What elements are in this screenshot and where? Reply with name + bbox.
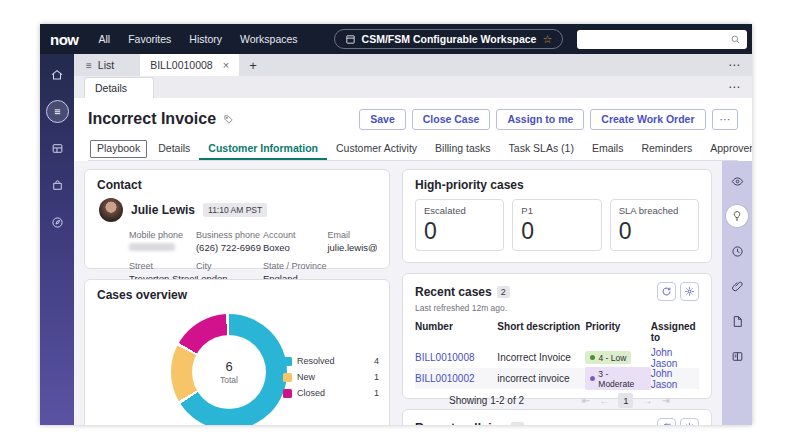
close-case-button[interactable]: Close Case <box>412 109 491 130</box>
contact-name[interactable]: Julie Lewis <box>131 203 195 217</box>
refresh-icon[interactable] <box>657 282 676 301</box>
document-icon[interactable] <box>726 310 748 332</box>
assigned-to-link[interactable]: John Jason <box>651 347 678 369</box>
field-mobile-phone: Mobile phone <box>129 230 196 253</box>
save-button[interactable]: Save <box>359 109 406 130</box>
page-title: Incorrect Invoice <box>88 110 216 128</box>
showing-text: Showing 1-2 of 2 <box>449 395 524 406</box>
recent-walkins-card: Recent walk-ins 0 <box>402 409 712 425</box>
record-actions: Save Close Case Assign to me Create Work… <box>359 109 738 130</box>
donut-total-value: 6 <box>225 359 232 374</box>
settings-gear-icon[interactable] <box>680 418 699 425</box>
table-row[interactable]: BILL0010002 incorrect invoice 3 - Modera… <box>415 368 699 389</box>
assigned-to-link[interactable]: John Jason <box>651 368 678 390</box>
app-window: now All Favorites History Workspaces CSM… <box>40 24 752 425</box>
eye-icon[interactable] <box>726 170 748 192</box>
assign-to-me-button[interactable]: Assign to me <box>496 109 584 130</box>
content-scroll-area[interactable]: Contact Julie Lewis 11:10 AM PST Mobile … <box>74 161 722 425</box>
tab-customer-activity[interactable]: Customer Activity <box>327 138 426 160</box>
list-tab[interactable]: ≡ List <box>74 54 126 76</box>
lists-icon[interactable] <box>46 100 69 123</box>
record-tab-label: BILL0010008 <box>150 59 212 71</box>
tag-icon <box>223 114 234 125</box>
priority-dot <box>590 355 595 360</box>
knowledge-book-icon[interactable] <box>726 345 748 367</box>
cards-icon[interactable] <box>46 137 69 160</box>
legend-item-closed[interactable]: Closed 1 <box>283 388 379 398</box>
content-row: Contact Julie Lewis 11:10 AM PST Mobile … <box>74 161 752 425</box>
right-column: High-priority cases Escalated 0 P1 0 <box>402 169 712 417</box>
last-refreshed-text: Last refreshed 12m ago. <box>415 303 699 313</box>
recent-cases-card: Recent cases 2 <box>402 273 712 399</box>
recent-cases-title: Recent cases <box>415 285 492 299</box>
record-tab[interactable]: BILL0010008 × <box>140 54 239 76</box>
priority-badge: 3 - Moderate <box>585 367 650 390</box>
refresh-icon[interactable] <box>657 418 676 425</box>
tab-details[interactable]: Details <box>149 138 199 160</box>
donut-center: 6 Total <box>171 314 287 425</box>
more-actions-button[interactable]: ⋯ <box>712 109 739 130</box>
tab-playbook[interactable]: Playbook <box>88 138 149 160</box>
nav-all[interactable]: All <box>99 33 111 45</box>
inbox-icon[interactable] <box>46 174 69 197</box>
create-work-order-button[interactable]: Create Work Order <box>590 109 705 130</box>
next-page-icon[interactable]: → <box>642 395 652 406</box>
workspace-switcher[interactable]: CSM/FSM Configurable Workspace ☆ <box>334 29 564 49</box>
nav-history[interactable]: History <box>189 33 222 45</box>
metric-p1[interactable]: P1 0 <box>512 199 601 251</box>
settings-gear-icon[interactable] <box>680 282 699 301</box>
tab-customer-information[interactable]: Customer Information <box>199 138 327 160</box>
case-number-link[interactable]: BILL0010002 <box>415 373 475 384</box>
last-page-icon[interactable]: ⇥ <box>661 395 669 406</box>
favorite-star-icon[interactable]: ☆ <box>542 34 552 45</box>
global-search-input[interactable] <box>577 30 747 49</box>
contact-card-title: Contact <box>97 178 377 192</box>
metric-sla-breached[interactable]: SLA breached 0 <box>610 199 699 251</box>
legend-item-resolved[interactable]: Resolved 4 <box>283 356 379 366</box>
prev-page-icon[interactable]: ← <box>599 395 609 406</box>
tab-approvers[interactable]: Approvers <box>701 138 752 160</box>
donut-total-label: Total <box>220 375 238 385</box>
global-nav: All Favorites History Workspaces <box>99 33 298 45</box>
page-number[interactable]: 1 <box>618 393 633 408</box>
table-row[interactable]: BILL0010008 Incorrect Invoice 4 - Low Jo… <box>415 347 699 368</box>
metric-escalated[interactable]: Escalated 0 <box>415 199 504 251</box>
contact-card: Contact Julie Lewis 11:10 AM PST Mobile … <box>84 169 390 269</box>
left-nav-rail <box>40 54 74 425</box>
details-subtab[interactable]: Details <box>84 77 154 98</box>
search-icon <box>730 34 741 45</box>
new-tab-button[interactable]: + <box>239 54 267 76</box>
first-page-icon[interactable]: ⇤ <box>582 395 590 406</box>
home-icon[interactable] <box>46 63 69 86</box>
legend-item-new[interactable]: New 1 <box>283 372 379 382</box>
tab-billing-tasks[interactable]: Billing tasks <box>426 138 499 160</box>
tab-emails[interactable]: Emails <box>583 138 633 160</box>
nav-favorites[interactable]: Favorites <box>128 33 171 45</box>
pagination: ⇤ ← 1 → ⇥ <box>582 393 670 408</box>
recent-cases-count-badge: 2 <box>497 286 510 298</box>
top-header: now All Favorites History Workspaces CSM… <box>40 24 752 54</box>
subtab-more-button[interactable]: ⋯ <box>716 76 752 98</box>
close-tab-icon[interactable]: × <box>223 59 229 71</box>
nav-workspaces[interactable]: Workspaces <box>240 33 298 45</box>
list-tab-label: List <box>98 59 114 71</box>
contact-fields: Mobile phone Business phone (626) 722-69… <box>129 230 377 284</box>
tab-reminders[interactable]: Reminders <box>632 138 701 160</box>
attachment-paperclip-icon[interactable] <box>726 275 748 297</box>
building-icon <box>345 34 356 45</box>
explore-compass-icon[interactable] <box>46 211 69 234</box>
left-column: Contact Julie Lewis 11:10 AM PST Mobile … <box>84 169 390 417</box>
tab-task-slas[interactable]: Task SLAs (1) <box>500 138 583 160</box>
field-business-phone: Business phone (626) 722-6969 <box>196 230 263 253</box>
history-clock-icon[interactable] <box>726 240 748 262</box>
table-footer: Showing 1-2 of 2 ⇤ ← 1 → ⇥ <box>415 393 699 408</box>
chart-legend: Resolved 4 New 1 Close <box>283 356 379 398</box>
field-email: Email julie.lewis@mailnator.c... <box>327 230 377 253</box>
case-number-link[interactable]: BILL0010008 <box>415 352 475 363</box>
cases-overview-card: Cases overview 6 Total Resolved 4 <box>84 279 390 425</box>
main-area: ≡ List BILL0010008 × + ⋯ Details ⋯ Incor… <box>74 54 752 425</box>
tab-strip-more-button[interactable]: ⋯ <box>716 54 752 76</box>
subtab-row: Details ⋯ <box>74 76 752 98</box>
header-actions <box>577 29 752 49</box>
lightbulb-icon[interactable] <box>726 205 748 227</box>
